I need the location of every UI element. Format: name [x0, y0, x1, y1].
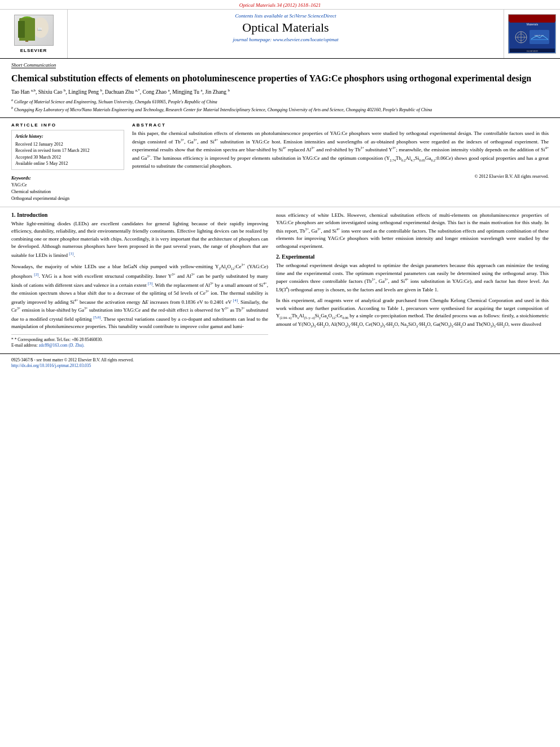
keyword-3: Orthogonal experimental design [11, 195, 124, 202]
abstract-section: ABSTRACT In this paper, the chemical sub… [132, 123, 549, 179]
footnote-email: E-mail address: zdc89@163.com (D. Zhu). [11, 343, 268, 349]
article-title: Chemical substitution effects of element… [11, 73, 549, 85]
article-history-box: Article history: Received 12 January 201… [11, 130, 124, 170]
intro-continuation-para: nous efficiency of white LEDs. However, … [276, 212, 549, 251]
intro-section-title: 1. Introduction [11, 212, 268, 218]
article-section-header: Short Communication Chemical substitutio… [0, 59, 560, 118]
article-info-column: ARTICLE INFO Article history: Received 1… [11, 123, 124, 202]
journal-header-center: Contents lists available at SciVerse Sci… [68, 10, 504, 58]
svg-rect-1 [19, 21, 24, 38]
journal-citation: Optical Materials 34 (2012) 1618–1621 [239, 2, 321, 8]
svg-text:Optical: Optical [526, 18, 538, 21]
copyright-line: © 2012 Elsevier B.V. All rights reserved… [132, 174, 549, 179]
history-title: Article history: [15, 133, 120, 140]
ref-5-6[interactable]: [5,6] [93, 315, 100, 320]
optical-materials-logo-image: Optical Materials spectrum ELSEVIER [508, 14, 556, 54]
abstract-text: In this paper, the chemical substitution… [132, 130, 549, 171]
keyword-2: Chemical substitution [11, 189, 124, 195]
corresponding-note: * * Corresponding author. Tel./fax: +86 … [11, 334, 268, 349]
footnote-star-text: * * Corresponding author. Tel./fax: +86 … [11, 337, 268, 343]
footer-doi: http://dx.doi.org/10.1016/j.optmat.2012.… [11, 363, 549, 369]
intro-para-1: White light-emitting diodes (LEDs) are e… [11, 220, 268, 260]
sciverse-link: Contents lists available at SciVerse Sci… [73, 13, 498, 19]
keywords-section: Keywords: YAG:Ce Chemical substitution O… [11, 176, 124, 202]
ref-3[interactable]: [3] [148, 281, 152, 286]
elsevier-brand-text: ELSEVIER [20, 48, 47, 53]
sciverse-direct-link[interactable]: SciVerse ScienceDirect [290, 13, 336, 19]
svg-rect-4 [25, 36, 28, 42]
amount-text: amount [276, 321, 291, 327]
article-type-label: Short Communication [11, 62, 56, 68]
footer-issn: 0925-3467/$ - see front matter © 2012 El… [11, 357, 549, 364]
intro-para-2: Nowadays, the majority of white LEDs use… [11, 263, 268, 330]
article-history-section: ARTICLE INFO Article history: Received 1… [11, 123, 124, 170]
ref-2[interactable]: [2] [34, 272, 38, 277]
journal-top-bar: Optical Materials 34 (2012) 1618–1621 [0, 0, 560, 10]
experimental-para-2: In this experiment, all reagents were of… [276, 297, 549, 329]
elsevier-tree-icon: 📖 [17, 16, 51, 45]
affiliations: a College of Material Science and Engine… [11, 98, 549, 113]
abstract-column: ABSTRACT In this paper, the chemical sub… [132, 123, 549, 202]
body-columns: 1. Introduction White light-emitting dio… [0, 207, 560, 353]
article-info-heading: ARTICLE INFO [11, 123, 124, 128]
elsevier-logo-image: 📖 [14, 15, 54, 46]
elsevier-logo: 📖 ELSEVIER [14, 15, 54, 53]
svg-rect-8 [510, 16, 555, 23]
journal-header: 📖 ELSEVIER Contents lists available at S… [0, 10, 560, 59]
svg-point-3 [19, 21, 28, 28]
journal-title: Optical Materials [73, 20, 498, 35]
article-info-abstract-section: ARTICLE INFO Article history: Received 1… [0, 118, 560, 207]
svg-rect-0 [20, 19, 34, 41]
page-wrapper: Optical Materials 34 (2012) 1618–1621 📖 [0, 0, 560, 372]
experimental-para-1: The orthogonal experiment design was ado… [276, 262, 549, 294]
page-footer: 0925-3467/$ - see front matter © 2012 El… [0, 353, 560, 372]
optical-materials-cover-icon: Optical Materials spectrum ELSEVIER [510, 16, 555, 53]
journal-homepage-link[interactable]: journal homepage: www.elsevier.com/locat… [73, 37, 498, 42]
accepted-date: Accepted 30 March 2012 [15, 154, 120, 160]
received-revised-date: Received in revised form 17 March 2012 [15, 147, 120, 154]
available-date: Available online 5 May 2012 [15, 160, 120, 167]
body-right-column: nous efficiency of white LEDs. However, … [276, 212, 549, 349]
keyword-1: YAG:Ce [11, 182, 124, 189]
doi-link[interactable]: http://dx.doi.org/10.1016/j.optmat.2012.… [11, 363, 91, 368]
svg-rect-15 [530, 30, 549, 44]
received-date: Received 12 January 2012 [15, 141, 120, 147]
authors-line: Tao Han a,b, Shixiu Cao b, Lingling Peng… [11, 88, 549, 96]
svg-text:Materials: Materials [526, 23, 538, 26]
svg-point-2 [20, 16, 34, 25]
svg-text:ELSEVIER: ELSEVIER [527, 50, 538, 53]
svg-text:📖: 📖 [37, 27, 42, 32]
elsevier-logo-section: 📖 ELSEVIER [0, 10, 68, 58]
ref-4[interactable]: [4] [233, 298, 238, 303]
email-link[interactable]: zdc89@163.com (D. Zhu). [39, 343, 85, 348]
ref-1[interactable]: [1] [69, 251, 73, 256]
journal-logo-right: Optical Materials spectrum ELSEVIER [504, 10, 560, 58]
abstract-heading: ABSTRACT [132, 123, 549, 128]
body-left-column: 1. Introduction White light-emitting dio… [11, 212, 268, 349]
keywords-title: Keywords: [11, 176, 124, 181]
experimental-section-title: 2. Experimental [276, 254, 549, 260]
